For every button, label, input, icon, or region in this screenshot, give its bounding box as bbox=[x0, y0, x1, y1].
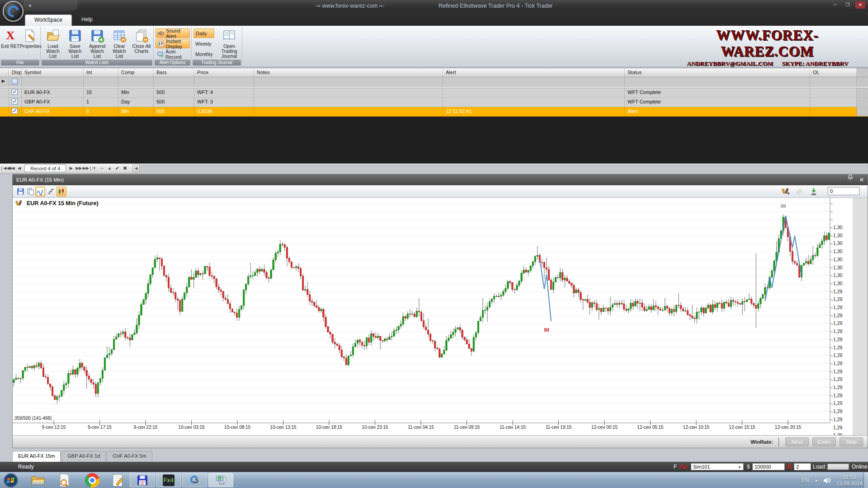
daily-toggle[interactable]: Daily bbox=[193, 28, 214, 38]
exit-ret-button[interactable]: X Exit RET bbox=[1, 28, 20, 59]
col-alert[interactable]: Alert bbox=[443, 68, 625, 77]
col-status[interactable]: Status bbox=[625, 68, 810, 77]
tab-eur-chart[interactable]: EUR A0-FX 15m bbox=[12, 451, 61, 462]
volume-icon[interactable] bbox=[823, 477, 831, 484]
language-indicator[interactable]: EN bbox=[802, 477, 809, 483]
enter-button[interactable]: Enter bbox=[812, 437, 836, 446]
next-button[interactable]: Next bbox=[785, 437, 809, 446]
edit-record-button[interactable]: ▲ bbox=[106, 165, 113, 172]
col-disp[interactable]: Disp bbox=[9, 68, 22, 77]
filter-icon bbox=[12, 79, 18, 84]
copy-icon bbox=[27, 188, 34, 195]
col-symbol[interactable]: Symbol bbox=[22, 68, 84, 77]
grid-filter-row[interactable]: ▶ bbox=[0, 77, 868, 87]
pin-icon[interactable] bbox=[848, 174, 853, 181]
next-record-button[interactable]: ▶ bbox=[67, 165, 75, 172]
disp-checkbox[interactable]: ✓ bbox=[12, 89, 18, 95]
weekly-toggle[interactable]: Weekly bbox=[193, 39, 216, 48]
col-bars[interactable]: Bars bbox=[154, 68, 194, 77]
monthly-toggle[interactable]: Monthly bbox=[193, 49, 217, 59]
tab-chf-chart[interactable]: CHF A0-FX 5m bbox=[107, 451, 152, 462]
tab-help[interactable]: Help bbox=[72, 14, 102, 26]
col-int[interactable]: Int bbox=[84, 68, 118, 77]
eraser-button[interactable] bbox=[794, 187, 804, 197]
delete-record-button[interactable]: − bbox=[98, 165, 106, 172]
step-chart-mode-button[interactable] bbox=[46, 187, 56, 197]
sound-alert-toggle[interactable]: Sound Alert bbox=[156, 28, 190, 38]
start-button[interactable] bbox=[4, 473, 18, 488]
chart-close-icon[interactable]: ✕ bbox=[859, 174, 864, 185]
skip-button[interactable]: Skip bbox=[840, 437, 863, 446]
account-select[interactable]: Sim101 ▼ bbox=[691, 463, 744, 470]
add-record-button[interactable]: + bbox=[90, 165, 98, 172]
instant-display-toggle[interactable]: Instant Display bbox=[156, 39, 190, 48]
horizontal-scrollbar[interactable]: ◀ bbox=[132, 164, 868, 172]
post-edit-button[interactable]: ✔ bbox=[113, 165, 121, 172]
chart-panel-title: EUR A0-FX (15 Min) ✕ bbox=[13, 174, 868, 185]
interval-value-input[interactable] bbox=[828, 187, 859, 195]
open-trading-journal-button[interactable]: Open Trading Journal bbox=[217, 28, 241, 59]
app-title: Refined Elliottwave Trader Pro 4 - Tick … bbox=[439, 3, 552, 9]
append-watch-list-button[interactable]: Append Watch List bbox=[86, 28, 108, 59]
table-row-chf-selected[interactable]: ✓ CHF A0-FX 5 Min 500 0,9336 13 11:52:41… bbox=[0, 107, 868, 117]
properties-button[interactable]: Properties bbox=[20, 28, 40, 59]
prev-record-button[interactable]: ◀ bbox=[15, 165, 23, 172]
line-wave-icon bbox=[37, 188, 44, 195]
col-comp[interactable]: Comp bbox=[118, 68, 154, 77]
disp-checkbox[interactable]: ✓ bbox=[12, 108, 18, 114]
disp-checkbox[interactable]: ✓ bbox=[12, 99, 18, 104]
draw-tools-button[interactable] bbox=[781, 187, 791, 197]
chevron-down-icon: ▼ bbox=[738, 464, 741, 469]
notepad-icon[interactable] bbox=[111, 473, 126, 488]
chart-save-button[interactable] bbox=[15, 187, 25, 197]
quick-access-arrow-icon[interactable]: ▼ bbox=[28, 4, 32, 8]
col-price[interactable]: Price bbox=[194, 68, 254, 77]
explorer-icon[interactable] bbox=[31, 473, 45, 488]
quantity-input[interactable] bbox=[794, 463, 811, 470]
taskbar-network-app[interactable] bbox=[208, 473, 233, 487]
table-row-gbp[interactable]: ✓ GBP A0-FX 1 Day 500 WFT: 3 WFT Complet… bbox=[0, 98, 868, 107]
candlestick-icon bbox=[58, 188, 65, 195]
close-button[interactable]: ✕ bbox=[855, 1, 865, 9]
tab-workspace[interactable]: WorkSpace bbox=[25, 14, 72, 26]
clear-watch-list-button[interactable]: Clear Watch List bbox=[108, 28, 130, 59]
minimize-button[interactable]: ─ bbox=[830, 1, 840, 9]
auto-record-toggle[interactable]: Auto Record bbox=[156, 49, 190, 59]
tab-gbp-chart[interactable]: GBP A0-FX 1d bbox=[61, 451, 106, 462]
y-tick-label: 1,29 bbox=[833, 328, 851, 334]
chrome-icon[interactable] bbox=[85, 473, 99, 488]
candle-chart-mode-button[interactable] bbox=[57, 187, 66, 197]
min-interval-button[interactable]: MIN bbox=[809, 187, 819, 197]
first-record-button[interactable]: ❘◀◀ bbox=[0, 165, 8, 172]
save-watch-list-button[interactable]: Save Watch List bbox=[64, 28, 86, 59]
chart-copy-button[interactable] bbox=[25, 187, 35, 197]
load-watch-list-button[interactable]: Load Watch List bbox=[42, 28, 64, 59]
col-ol[interactable]: OL bbox=[810, 68, 857, 77]
scroll-left-icon[interactable]: ◀ bbox=[133, 165, 140, 172]
taskbar-ret-app[interactable] bbox=[182, 473, 207, 487]
last-record-button[interactable]: ▶▶❘ bbox=[83, 165, 90, 172]
cancel-edit-button[interactable]: ✖ bbox=[121, 165, 129, 172]
chart-area[interactable]: IMIM EUR A0-FX 15 Min (Future) 359/500 (… bbox=[13, 198, 868, 435]
col-notes[interactable]: Notes bbox=[254, 68, 443, 77]
ribbon: X Exit RET Properties File Lo bbox=[0, 26, 868, 67]
next-page-button[interactable]: ▶▶ bbox=[75, 165, 83, 172]
svg-text:64: 64 bbox=[141, 483, 144, 485]
search-doc-icon[interactable] bbox=[57, 473, 71, 488]
y-tick-label: 1,30 bbox=[833, 257, 851, 262]
load-label: Load: bbox=[813, 464, 826, 470]
maximize-button[interactable]: ❐ bbox=[843, 1, 853, 9]
amount-input[interactable] bbox=[752, 463, 785, 470]
taskbar-fx4-app[interactable]: Fx4 bbox=[156, 473, 181, 487]
show-desktop-button[interactable] bbox=[863, 472, 868, 488]
clock[interactable]: 11:53 13.09.2014 bbox=[836, 474, 863, 487]
close-all-charts-button[interactable]: Close All Charts bbox=[131, 28, 152, 59]
table-row-eur[interactable]: ✓ EUR A0-FX 15 Min 500 WFT: 4 WFT Comple… bbox=[0, 88, 868, 98]
taskbar-floppy64-app[interactable]: 64 bbox=[130, 473, 155, 487]
tray-expand-icon[interactable]: ▲ bbox=[815, 479, 818, 483]
app-menu-orb[interactable] bbox=[3, 1, 24, 22]
banner-skype: SKYPE: ANDREYBBRV bbox=[782, 60, 849, 67]
y-tick-label: 1,30 bbox=[833, 249, 851, 254]
line-chart-mode-button[interactable] bbox=[35, 187, 45, 197]
prev-page-button[interactable]: ◀◀ bbox=[8, 165, 15, 172]
